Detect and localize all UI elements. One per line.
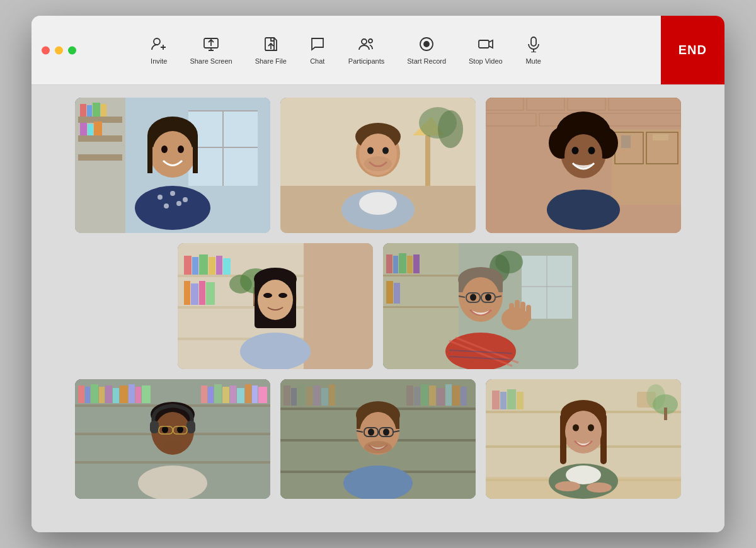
svg-rect-35 (147, 135, 152, 173)
svg-rect-233 (664, 408, 667, 420)
participants-button[interactable]: Participants (337, 31, 396, 70)
video-conference-window: Invite Share Screen (32, 16, 724, 532)
svg-rect-157 (91, 384, 98, 403)
stop-video-button[interactable]: Stop Video (457, 31, 514, 70)
svg-point-44 (164, 203, 169, 208)
video-row-3 (50, 379, 706, 499)
svg-rect-26 (80, 104, 86, 117)
mute-label: Mute (525, 57, 541, 65)
participant-video-4 (178, 243, 373, 369)
close-button[interactable] (42, 46, 50, 54)
video-tile-3[interactable] (486, 98, 681, 233)
video-grid (32, 85, 724, 532)
svg-rect-72 (621, 135, 631, 148)
minimize-button[interactable] (55, 46, 63, 54)
svg-rect-156 (85, 387, 90, 403)
participant-video-6 (75, 379, 270, 499)
video-tile-1[interactable] (75, 98, 270, 233)
svg-rect-162 (129, 384, 135, 403)
mute-button[interactable]: Mute (514, 31, 553, 70)
svg-rect-114 (383, 275, 459, 277)
svg-rect-168 (222, 387, 229, 403)
svg-rect-198 (329, 384, 335, 406)
maximize-button[interactable] (68, 46, 76, 54)
svg-point-101 (229, 275, 252, 294)
svg-rect-25 (78, 154, 122, 161)
svg-rect-29 (101, 104, 106, 117)
share-screen-button[interactable]: Share Screen (178, 31, 243, 70)
svg-rect-30 (80, 123, 87, 135)
svg-rect-227 (500, 392, 507, 409)
svg-point-109 (278, 293, 287, 298)
video-tile-4[interactable] (178, 243, 373, 369)
end-button[interactable]: END (661, 16, 724, 84)
svg-rect-192 (284, 385, 290, 406)
svg-rect-142 (520, 302, 525, 321)
svg-rect-170 (237, 388, 244, 403)
chat-icon (309, 36, 326, 55)
svg-point-12 (424, 42, 429, 47)
svg-rect-226 (492, 391, 500, 409)
svg-point-56 (382, 147, 389, 154)
video-tile-7[interactable] (280, 379, 476, 499)
svg-point-80 (572, 147, 579, 154)
start-record-button[interactable]: Start Record (396, 31, 457, 70)
start-record-label: Start Record (407, 57, 446, 65)
svg-rect-159 (105, 385, 112, 403)
svg-point-37 (152, 131, 193, 175)
participant-video-1 (75, 98, 270, 233)
svg-rect-115 (383, 306, 459, 308)
svg-rect-116 (386, 254, 392, 273)
video-tile-6[interactable] (75, 379, 270, 499)
svg-rect-202 (429, 385, 436, 406)
svg-rect-203 (437, 388, 445, 406)
video-tile-5[interactable] (383, 243, 578, 369)
share-file-button[interactable]: Share File (244, 31, 298, 70)
mute-icon (525, 36, 542, 55)
participants-label: Participants (348, 57, 384, 65)
svg-point-9 (362, 39, 367, 44)
share-file-label: Share File (255, 57, 287, 65)
svg-rect-195 (306, 387, 312, 406)
svg-rect-161 (120, 385, 128, 403)
invite-icon (151, 36, 167, 55)
titlebar: Invite Share Screen (32, 16, 724, 85)
video-tile-8[interactable] (486, 379, 681, 499)
svg-point-0 (154, 38, 160, 45)
svg-rect-103 (304, 243, 373, 369)
svg-point-42 (170, 191, 175, 196)
svg-rect-96 (191, 283, 198, 305)
svg-rect-13 (479, 40, 489, 48)
svg-rect-95 (184, 281, 190, 305)
svg-rect-193 (291, 388, 297, 406)
svg-rect-196 (313, 385, 321, 406)
svg-point-10 (369, 39, 372, 43)
svg-point-216 (368, 429, 374, 436)
svg-rect-164 (142, 385, 151, 403)
video-tile-2[interactable] (280, 98, 476, 233)
svg-point-184 (163, 440, 183, 450)
svg-rect-201 (421, 384, 428, 406)
svg-rect-119 (407, 256, 413, 273)
invite-button[interactable]: Invite (139, 31, 178, 70)
svg-rect-173 (258, 387, 267, 403)
svg-rect-89 (184, 256, 192, 275)
participants-icon (358, 36, 375, 55)
chat-button[interactable]: Chat (298, 31, 337, 70)
chat-label: Chat (310, 57, 324, 65)
svg-point-45 (176, 201, 181, 206)
svg-point-39 (178, 146, 184, 153)
start-record-icon (418, 36, 435, 55)
svg-rect-73 (653, 134, 668, 140)
share-screen-icon (203, 36, 219, 55)
svg-rect-125 (522, 286, 572, 287)
svg-rect-205 (452, 385, 460, 406)
svg-rect-122 (394, 283, 400, 304)
svg-rect-14 (531, 37, 536, 46)
svg-rect-199 (406, 385, 413, 406)
share-file-icon (263, 36, 279, 55)
svg-rect-141 (515, 300, 520, 321)
svg-point-41 (158, 195, 163, 200)
svg-point-79 (564, 134, 602, 177)
svg-point-240 (573, 425, 579, 431)
